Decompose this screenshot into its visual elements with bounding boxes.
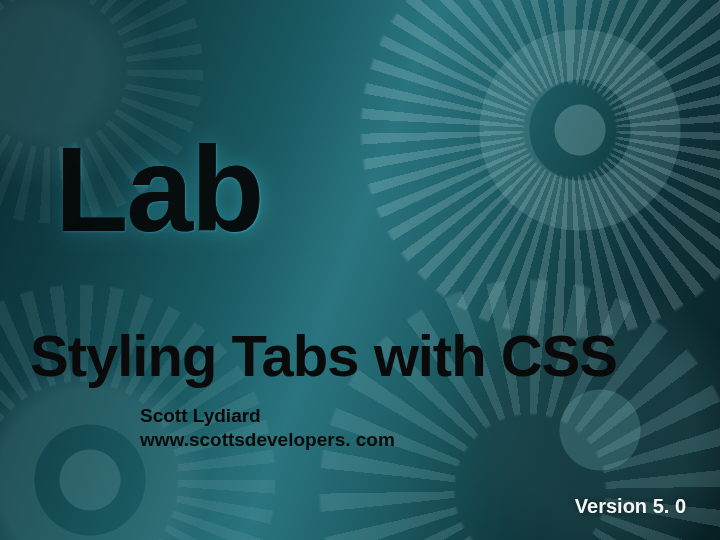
slide-title-overlay: Lab xyxy=(55,120,262,258)
slide-subtitle: Styling Tabs with CSS xyxy=(30,322,617,389)
version-label: Version 5. 0 xyxy=(575,495,686,518)
author-block: Scott Lydiard www.scottsdevelopers. com xyxy=(140,404,395,452)
decorative-gear xyxy=(380,0,720,320)
author-name: Scott Lydiard xyxy=(140,404,395,428)
author-website: www.scottsdevelopers. com xyxy=(140,428,395,452)
